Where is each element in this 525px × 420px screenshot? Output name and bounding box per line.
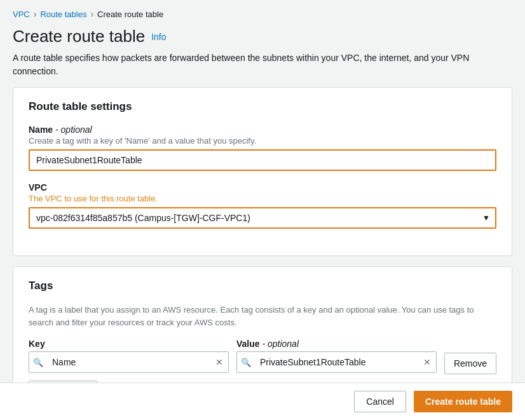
cancel-button[interactable]: Cancel bbox=[354, 391, 406, 412]
name-field-group: Name - optional Create a tag with a key … bbox=[29, 125, 496, 171]
key-input-container: 🔍 ✕ bbox=[29, 351, 229, 373]
value-clear-button[interactable]: ✕ bbox=[422, 357, 432, 367]
footer-bar: Cancel Create route table bbox=[0, 383, 525, 420]
value-column: Value - optional 🔍 ✕ bbox=[236, 339, 437, 373]
breadcrumb: VPC › Route tables › Create route table bbox=[0, 0, 525, 23]
search-icon-value: 🔍 bbox=[241, 358, 251, 367]
value-column-label: Value - optional bbox=[236, 339, 437, 349]
tags-description: A tag is a label that you assign to an A… bbox=[29, 304, 496, 329]
remove-tag-button[interactable]: Remove bbox=[444, 353, 496, 374]
vpc-field-group: VPC The VPC to use for this route table.… bbox=[29, 182, 496, 229]
breadcrumb-current: Create route table bbox=[97, 10, 163, 19]
value-input-container: 🔍 ✕ bbox=[236, 351, 437, 373]
breadcrumb-route-tables[interactable]: Route tables bbox=[40, 10, 86, 19]
key-clear-button[interactable]: ✕ bbox=[214, 357, 224, 367]
name-input[interactable] bbox=[29, 149, 496, 171]
vpc-hint: The VPC to use for this route table. bbox=[29, 194, 496, 203]
page-header: Create route table Info bbox=[0, 23, 525, 49]
create-route-table-button[interactable]: Create route table bbox=[414, 391, 512, 412]
tags-card-title: Tags bbox=[29, 280, 496, 292]
name-hint: Create a tag with a key of 'Name' and a … bbox=[29, 136, 496, 146]
search-icon-key: 🔍 bbox=[33, 358, 43, 367]
page-description: A route table specifies how packets are … bbox=[0, 49, 483, 87]
key-input[interactable] bbox=[46, 352, 212, 372]
vpc-select[interactable]: vpc-082f6314f85a857b5 (Campus-[TGW]-CGF-… bbox=[29, 207, 496, 229]
vpc-select-wrapper: vpc-082f6314f85a857b5 (Campus-[TGW]-CGF-… bbox=[29, 207, 496, 229]
settings-card-title: Route table settings bbox=[29, 100, 496, 113]
vpc-label: VPC bbox=[29, 182, 496, 193]
page-title: Create route table bbox=[13, 27, 145, 46]
value-input[interactable] bbox=[254, 352, 419, 372]
tags-header-row: Key 🔍 ✕ Value - optional 🔍 ✕ Remove bbox=[29, 339, 496, 374]
key-column: Key 🔍 ✕ bbox=[29, 339, 229, 373]
info-link[interactable]: Info bbox=[151, 32, 166, 42]
key-column-label: Key bbox=[29, 339, 229, 349]
breadcrumb-sep-1: › bbox=[34, 9, 37, 19]
name-label: Name - optional bbox=[29, 125, 496, 135]
breadcrumb-vpc[interactable]: VPC bbox=[13, 10, 30, 19]
route-table-settings-card: Route table settings Name - optional Cre… bbox=[13, 87, 512, 256]
breadcrumb-sep-2: › bbox=[90, 9, 93, 19]
vpc-select-value: vpc-082f6314f85a857b5 (Campus-[TGW]-CGF-… bbox=[36, 213, 250, 223]
